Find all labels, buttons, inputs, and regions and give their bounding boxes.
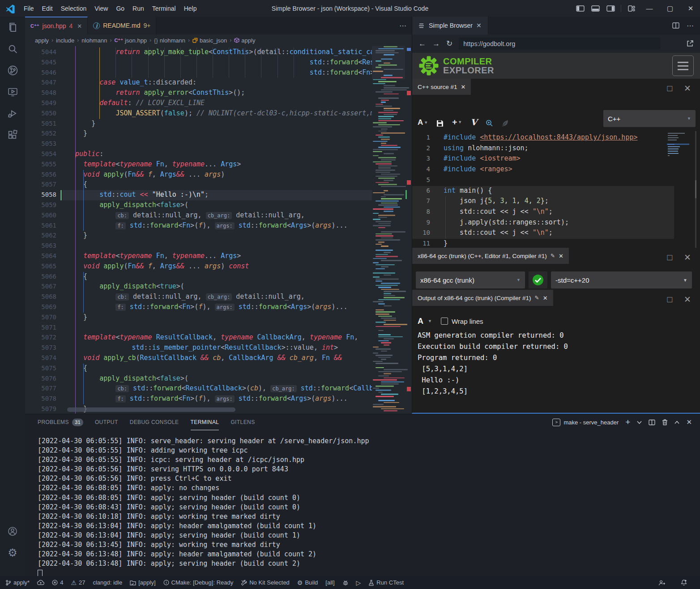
- tab-json-hpp[interactable]: C⁺⁺json.hpp4✕: [25, 17, 88, 34]
- maximize-button[interactable]: ▢: [661, 0, 679, 17]
- close-icon[interactable]: ✕: [77, 23, 82, 30]
- menu-view[interactable]: View: [90, 5, 112, 12]
- menu-selection[interactable]: Selection: [57, 5, 91, 12]
- menu-terminal[interactable]: Terminal: [148, 5, 180, 12]
- activity-run-debug-icon[interactable]: [2, 102, 23, 124]
- panel-tab-output[interactable]: OUTPUT: [95, 414, 118, 430]
- menu-file[interactable]: File: [20, 5, 38, 12]
- close-icon[interactable]: ✕: [461, 84, 466, 90]
- tab-simple-browser[interactable]: Simple Browser ✕: [412, 17, 488, 34]
- new-terminal-icon[interactable]: +: [625, 417, 630, 427]
- tab-output[interactable]: Output of x86-64 gcc (trunk) (Compiler #…: [412, 290, 553, 306]
- breadcrumb-item-json.hpp[interactable]: C⁺⁺json.hpp: [114, 37, 147, 44]
- status-warnings[interactable]: ⚠27: [71, 579, 85, 586]
- terminal-dropdown-icon[interactable]: [637, 421, 642, 424]
- maximize-panel-icon[interactable]: [674, 421, 679, 424]
- editor-actions-more[interactable]: ⋯: [399, 17, 412, 34]
- breadcrumb-item-apply[interactable]: apply: [35, 37, 49, 44]
- rename-icon[interactable]: ✎: [535, 295, 539, 301]
- activity-search-icon[interactable]: [2, 38, 23, 59]
- close-icon[interactable]: ✕: [543, 295, 548, 301]
- activity-source-control-icon[interactable]: [2, 59, 23, 81]
- forward-icon[interactable]: →: [432, 39, 440, 48]
- activity-extensions-icon[interactable]: [2, 124, 23, 145]
- close-window-button[interactable]: ✕: [681, 0, 700, 17]
- tab-cpp-source[interactable]: C++ source #1✕: [412, 79, 471, 95]
- activity-cmake-icon[interactable]: [2, 81, 23, 102]
- url-input[interactable]: https://godbolt.org: [459, 38, 660, 50]
- maximize-pane-icon[interactable]: □: [667, 253, 672, 263]
- panel-tab-terminal[interactable]: TERMINAL: [191, 414, 219, 430]
- wrap-lines-checkbox[interactable]: [441, 318, 448, 325]
- status-cmake-build[interactable]: ⚙Build: [297, 579, 318, 586]
- breadcrumb-item-include[interactable]: include: [56, 37, 74, 44]
- close-pane-icon[interactable]: ✕: [684, 294, 691, 305]
- close-pane-icon[interactable]: ✕: [684, 83, 691, 93]
- customize-layout-icon[interactable]: [625, 2, 638, 15]
- status-cmake-project[interactable]: [apply]: [130, 579, 155, 586]
- status-feedback[interactable]: [658, 580, 665, 586]
- quill-icon[interactable]: [502, 120, 509, 127]
- minimize-button[interactable]: —: [640, 0, 659, 17]
- close-panel-icon[interactable]: ✕: [686, 418, 692, 426]
- back-icon[interactable]: ←: [418, 39, 426, 48]
- panel-tab-gitlens[interactable]: GITLENS: [230, 414, 255, 430]
- status-git-branch[interactable]: apply*: [5, 579, 30, 586]
- status-cmake-kit[interactable]: No Kit Selected: [241, 579, 290, 586]
- terminal-task-select[interactable]: > make - serve_header: [552, 419, 619, 426]
- close-icon[interactable]: ✕: [476, 22, 482, 29]
- toggle-panel-icon[interactable]: [589, 2, 602, 15]
- open-external-icon[interactable]: [686, 40, 694, 47]
- maximize-pane-icon[interactable]: □: [667, 84, 672, 93]
- add-pane-icon[interactable]: +▼: [452, 117, 462, 127]
- code-editor[interactable]: 5044 return apply_make_tuple<ConstThis>(…: [25, 46, 412, 414]
- horizontal-scrollbar[interactable]: [67, 407, 235, 412]
- compiler-options-input[interactable]: -std=c++20▼: [551, 271, 692, 288]
- close-pane-icon[interactable]: ✕: [684, 252, 691, 263]
- accounts-icon[interactable]: [2, 521, 23, 542]
- kill-terminal-icon[interactable]: [662, 419, 668, 425]
- compiler-select[interactable]: x86-64 gcc (trunk)▼: [416, 271, 525, 288]
- activity-explorer-icon[interactable]: [2, 17, 23, 38]
- status-cmake-launch[interactable]: ▷: [356, 579, 361, 586]
- breadcrumb-item-nlohmann[interactable]: {}nlohmann: [154, 37, 185, 44]
- save-icon[interactable]: [436, 120, 444, 127]
- minimap[interactable]: [372, 46, 405, 414]
- more-actions-icon[interactable]: ⋯: [687, 21, 694, 30]
- settings-gear-icon[interactable]: ⚙: [2, 542, 23, 564]
- status-cmake-debug[interactable]: [342, 580, 349, 586]
- status-clangd-status[interactable]: clangd: idle: [93, 579, 122, 586]
- toggle-sidebar-icon[interactable]: [573, 2, 587, 15]
- status-notifications[interactable]: [681, 579, 687, 586]
- status-cmake-status[interactable]: CMake: [Debug]: Ready: [163, 579, 234, 586]
- panel-tab-debug-console[interactable]: DEBUG CONSOLE: [130, 414, 179, 430]
- maximize-pane-icon[interactable]: □: [667, 295, 672, 305]
- split-editor-icon[interactable]: [672, 22, 679, 29]
- status-publish[interactable]: [37, 580, 44, 585]
- breadcrumb-item-apply[interactable]: apply: [234, 37, 255, 44]
- menu-go[interactable]: Go: [112, 5, 128, 12]
- breadcrumb-item-basic_json[interactable]: basic_json: [192, 37, 227, 44]
- vim-mode-icon[interactable]: V: [470, 117, 477, 127]
- terminal[interactable]: [2022-04-30 06:05:55] INFO: serve_header…: [25, 430, 700, 578]
- breadcrumb-item-nlohmann[interactable]: nlohmann: [81, 37, 107, 44]
- close-icon[interactable]: ✕: [559, 253, 563, 259]
- menu-hamburger-icon[interactable]: [672, 55, 694, 76]
- godbolt-scrollbar[interactable]: [695, 131, 696, 248]
- godbolt-source-editor[interactable]: 1#include <https://localhost:8443/apply/…: [412, 131, 700, 248]
- toggle-secondary-sidebar-icon[interactable]: [604, 2, 617, 15]
- menu-run[interactable]: Run: [128, 5, 148, 12]
- language-select[interactable]: C++▼: [603, 110, 696, 127]
- tab-compiler[interactable]: x86-64 gcc (trunk) (C++, Editor #1, Comp…: [412, 248, 569, 264]
- status-ctest[interactable]: Run CTest: [368, 579, 404, 586]
- font-size-icon[interactable]: A: [418, 317, 423, 326]
- menu-edit[interactable]: Edit: [38, 5, 57, 12]
- status-cmake-target[interactable]: [all]: [325, 579, 334, 586]
- tab-readme-md[interactable]: iREADME.md9+: [88, 17, 156, 34]
- reload-icon[interactable]: ↻: [446, 39, 452, 48]
- rename-icon[interactable]: ✎: [551, 253, 555, 259]
- font-size-icon[interactable]: A▼: [418, 118, 428, 127]
- status-errors[interactable]: 4: [52, 579, 63, 586]
- zoom-search-icon[interactable]: [486, 119, 493, 127]
- menu-help[interactable]: Help: [180, 5, 201, 12]
